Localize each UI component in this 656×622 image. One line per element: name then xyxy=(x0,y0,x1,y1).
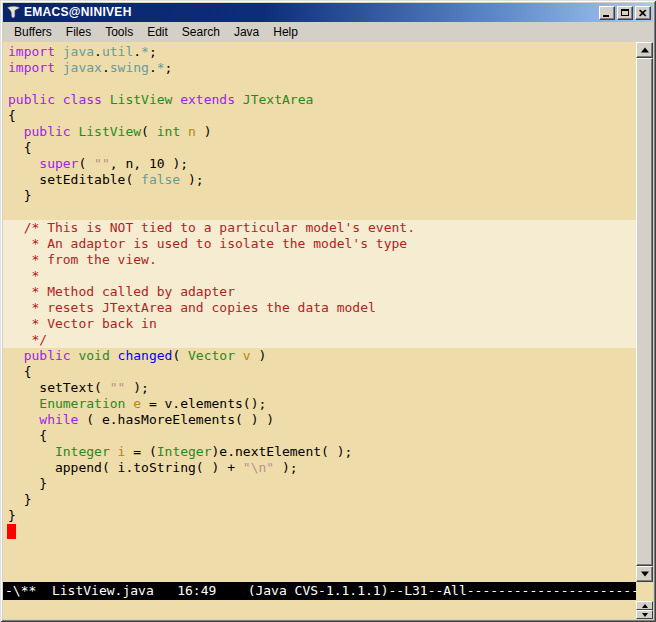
code-line[interactable]: */ xyxy=(8,332,636,348)
close-button[interactable]: ✕ xyxy=(635,6,651,20)
window-controls: ✕ xyxy=(599,6,651,20)
code-line[interactable]: public void changed( Vector v ) xyxy=(8,348,636,364)
code-line[interactable]: { xyxy=(8,364,636,380)
minibuffer-scrollbar xyxy=(636,600,653,619)
up-arrow-icon xyxy=(642,604,648,608)
code-line[interactable]: Integer i = (Integer)e.nextElement( ); xyxy=(8,444,636,460)
down-arrow-icon xyxy=(641,572,649,577)
scrollbar-thumb[interactable] xyxy=(636,58,653,566)
code-line[interactable]: { xyxy=(8,140,636,156)
code-line[interactable]: setEditable( false ); xyxy=(8,172,636,188)
menu-item-edit[interactable]: Edit xyxy=(140,23,175,42)
code-line[interactable] xyxy=(8,204,636,220)
close-icon: ✕ xyxy=(638,8,647,18)
minimize-icon xyxy=(603,15,609,17)
menu-item-tools[interactable]: Tools xyxy=(98,23,140,42)
titlebar[interactable]: EMACS@NINIVEH ✕ xyxy=(3,3,653,22)
echo-area-row xyxy=(3,600,653,619)
code-line[interactable]: Enumeration e = v.elements(); xyxy=(8,396,636,412)
code-line[interactable]: } xyxy=(8,492,636,508)
code-buffer[interactable]: import java.util.*;import javax.swing.*;… xyxy=(3,42,636,582)
code-line[interactable]: } xyxy=(8,508,636,524)
editor-frame: import java.util.*;import javax.swing.*;… xyxy=(3,42,653,582)
maximize-button[interactable] xyxy=(617,6,633,20)
code-line[interactable]: * from the view. xyxy=(8,252,636,268)
code-line[interactable] xyxy=(8,76,636,92)
emacs-window: EMACS@NINIVEH ✕ Buffers Files Tools Edit… xyxy=(0,0,656,622)
code-line[interactable]: * resets JTextArea and copies the data m… xyxy=(8,300,636,316)
menu-item-search[interactable]: Search xyxy=(175,23,227,42)
maximize-icon xyxy=(621,9,629,16)
menu-item-files[interactable]: Files xyxy=(59,23,98,42)
menu-item-java[interactable]: Java xyxy=(227,23,266,42)
code-line[interactable]: while ( e.hasMoreElements( ) ) xyxy=(8,412,636,428)
mode-line-row: -\** ListView.java 16:49 (Java CVS-1.1.1… xyxy=(3,582,653,600)
up-arrow-icon xyxy=(641,48,649,53)
code-line[interactable]: * Vector back in xyxy=(8,316,636,332)
code-line[interactable]: * An adaptor is used to isolate the mode… xyxy=(8,236,636,252)
code-line[interactable]: /* This is NOT tied to a particular mode… xyxy=(8,220,636,236)
menu-bar: Buffers Files Tools Edit Search Java Hel… xyxy=(3,22,653,42)
scrollbar-up-button[interactable] xyxy=(636,42,653,58)
code-line[interactable]: public class ListView extends JTextArea xyxy=(8,92,636,108)
menu-item-buffers[interactable]: Buffers xyxy=(7,23,59,42)
text-cursor xyxy=(7,524,16,539)
mode-line-gap xyxy=(636,582,653,600)
code-line[interactable]: * Method called by adapter xyxy=(8,284,636,300)
emacs-gnu-icon xyxy=(6,5,21,20)
code-line[interactable]: } xyxy=(8,188,636,204)
code-line[interactable]: append( i.toString( ) + "\n" ); xyxy=(8,460,636,476)
code-line[interactable]: } xyxy=(8,476,636,492)
minibuffer-scroll-down-button[interactable] xyxy=(636,610,653,619)
minimize-button[interactable] xyxy=(599,6,615,20)
code-line[interactable]: setText( "" ); xyxy=(8,380,636,396)
vertical-scrollbar[interactable] xyxy=(636,42,653,582)
code-line[interactable]: * xyxy=(8,268,636,284)
code-line[interactable]: import java.util.*; xyxy=(8,44,636,60)
code-line[interactable]: import javax.swing.*; xyxy=(8,60,636,76)
echo-area[interactable] xyxy=(3,600,636,619)
code-line[interactable]: public ListView( int n ) xyxy=(8,124,636,140)
menu-item-help[interactable]: Help xyxy=(266,23,305,42)
code-line[interactable]: { xyxy=(8,108,636,124)
window-title: EMACS@NINIVEH xyxy=(24,3,599,22)
code-line[interactable] xyxy=(8,524,636,540)
scrollbar-down-button[interactable] xyxy=(636,566,653,582)
down-arrow-icon xyxy=(642,613,648,617)
code-line[interactable]: { xyxy=(8,428,636,444)
code-line[interactable]: super( "", n, 10 ); xyxy=(8,156,636,172)
minibuffer-scroll-up-button[interactable] xyxy=(636,601,653,610)
mode-line: -\** ListView.java 16:49 (Java CVS-1.1.1… xyxy=(3,582,636,600)
